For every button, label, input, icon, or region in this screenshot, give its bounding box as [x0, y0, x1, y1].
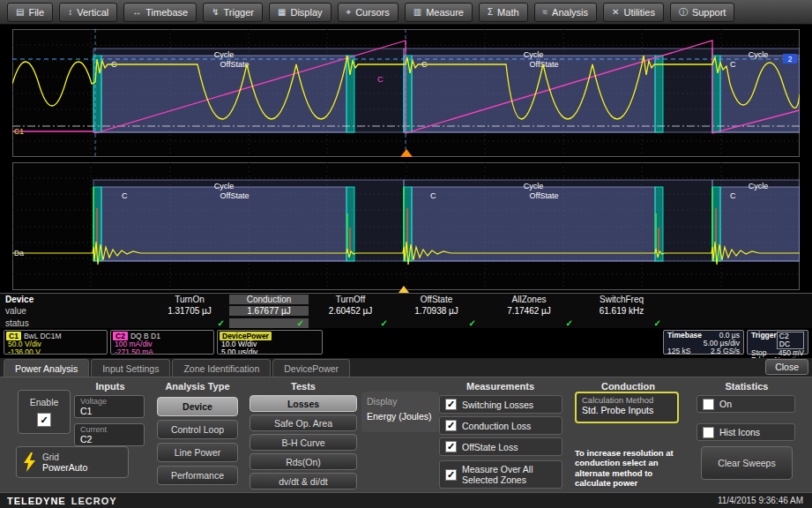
status-check-icon: ✓ [480, 318, 577, 328]
c2-coupling: DQ B D1 [130, 332, 160, 340]
menu-display[interactable]: ▦Display [269, 3, 332, 22]
waveform-grid-bottom[interactable]: Cycle OffState Cycle OffState Cycle C C … [12, 162, 800, 290]
measure-col-turnon[interactable]: TurnOn [150, 295, 229, 304]
menu-vertical[interactable]: ↕Vertical [59, 3, 117, 22]
timebase-descriptor[interactable]: Timebase0.0 µs 5.00 µs/div 125 kS2.5 GS/… [663, 330, 744, 355]
c2-offset: -271.50 mA [111, 348, 213, 355]
menu-measure-label: Measure [426, 7, 464, 18]
hist-icons-checkbox[interactable] [703, 427, 714, 438]
menu-cursors[interactable]: ⌖Cursors [338, 3, 399, 22]
status-check-icon: ✓ [577, 318, 666, 328]
datetime: 11/4/2015 9:36:46 AM [718, 496, 803, 505]
svg-text:Cycle: Cycle [749, 50, 769, 59]
svg-text:C: C [730, 60, 736, 69]
voltage-input-field[interactable]: Voltage C1 [74, 395, 145, 418]
info-icon: ⓘ [679, 8, 688, 17]
measure-col-switchfreq[interactable]: SwitchFreq [577, 295, 666, 304]
power-trace-marker[interactable]: Da [14, 249, 24, 258]
measure-col-allzones[interactable]: AllZones [480, 295, 577, 304]
tab-input-settings[interactable]: Input Settings [91, 359, 170, 377]
dvdt-didt-button[interactable]: dv/dt & di/dt [250, 473, 357, 489]
menu-measure[interactable]: ▥Measure [405, 3, 473, 22]
menu-timebase[interactable]: ↔Timebase [123, 3, 197, 22]
menu-support-label: Support [692, 7, 726, 18]
offstate-loss-checkbox[interactable]: ✓ [445, 441, 457, 452]
menu-math-label: Math [497, 7, 518, 18]
offstate-loss-row[interactable]: ✓ OffState Loss [439, 437, 562, 456]
losses-button[interactable]: Losses [250, 395, 357, 412]
waveform-icon: ≈ [543, 8, 548, 17]
current-value: C2 [80, 434, 138, 444]
trigger-icon: ↯ [212, 8, 219, 17]
menu-math[interactable]: ΣMath [479, 3, 528, 22]
svg-text:C: C [730, 191, 736, 200]
conduction-loss-checkbox[interactable]: ✓ [445, 420, 457, 431]
trigger-time-marker[interactable] [399, 286, 409, 293]
performance-button[interactable]: Performance [157, 466, 238, 485]
menu-file[interactable]: ▤File [7, 3, 53, 22]
measure-col-offstate[interactable]: OffState [392, 295, 480, 304]
c1-channel-marker[interactable]: C1 [14, 127, 24, 136]
enable-button[interactable]: Enable ✓ [18, 390, 71, 434]
analysis-type-section-title: Analysis Type [157, 381, 238, 392]
display-units-value[interactable]: Energy (Joules) [367, 411, 432, 422]
devicepower-descriptor[interactable]: DevicePower 10.0 W/div 5.00 µs/div [217, 330, 323, 355]
c2-descriptor[interactable]: C2DQ B D1 100 mA/div -271.50 mA [110, 330, 214, 355]
line-power-button[interactable]: Line Power [157, 443, 238, 462]
menu-analysis[interactable]: ≈Analysis [534, 3, 597, 22]
rds-on-button[interactable]: Rds(On) [250, 453, 357, 470]
measure-col-turnoff[interactable]: TurnOff [309, 295, 392, 304]
clear-sweeps-button[interactable]: Clear Sweeps [701, 446, 793, 480]
tab-devicepower[interactable]: DevicePower [272, 359, 350, 377]
statistics-on-checkbox[interactable] [703, 399, 714, 410]
trigger-descriptor[interactable]: TriggerC2 DC Stop450 mV EdgeNegative [747, 330, 808, 355]
grid-mode-button[interactable]: Grid PowerAuto [16, 446, 129, 478]
menu-analysis-label: Analysis [552, 7, 588, 18]
enable-checkbox[interactable]: ✓ [37, 413, 51, 427]
menu-display-label: Display [290, 7, 322, 18]
measure-over-all-checkbox[interactable]: ✓ [445, 469, 457, 481]
conduction-value: 1.67677 µJ [229, 306, 309, 316]
tab-power-analysis[interactable]: Power Analysis [4, 359, 89, 377]
close-button[interactable]: Close [765, 359, 808, 375]
inputs-section-title: Inputs [71, 381, 150, 392]
calculation-method-selector[interactable]: Calculation Method Std. Probe Inputs [575, 392, 679, 423]
lightning-icon [24, 452, 35, 472]
timebase-samples: 125 kS [667, 347, 690, 355]
measure-row-device: Device [0, 295, 150, 304]
channel-descriptor-strip: C1BwL DC1M 50.0 V/div -136.00 V C2DQ B D… [0, 328, 812, 358]
conduction-loss-row[interactable]: ✓ Conduction Loss [439, 416, 562, 435]
c1-descriptor[interactable]: C1BwL DC1M 50.0 V/div -136.00 V [4, 330, 108, 355]
svg-text:C: C [377, 75, 384, 84]
svg-text:OffState: OffState [220, 191, 250, 200]
waveform-grid-top[interactable]: Cycle OffState Cycle OffState Cycle C C … [12, 29, 800, 157]
enable-label: Enable [30, 397, 59, 407]
switching-losses-checkbox[interactable]: ✓ [445, 399, 457, 410]
menu-trigger[interactable]: ↯Trigger [203, 3, 263, 22]
current-input-field[interactable]: Current C2 [74, 423, 145, 446]
vertical-arrows-icon: ↕ [68, 8, 72, 17]
allzones-value: 7.17462 µJ [480, 306, 577, 316]
measure-col-conduction[interactable]: Conduction [229, 295, 309, 304]
measure-over-all-row[interactable]: ✓ Measure Over All Selected Zones [439, 460, 562, 489]
grid-button-title: Grid [42, 452, 87, 462]
hist-icons-row[interactable]: Hist Icons [697, 423, 795, 441]
device-button[interactable]: Device [157, 397, 238, 416]
bh-curve-button[interactable]: B-H Curve [250, 434, 357, 451]
menu-utilities[interactable]: ✕Utilities [603, 3, 664, 22]
control-loop-button[interactable]: Control Loop [157, 420, 238, 439]
safe-op-area-button[interactable]: Safe Op. Area [250, 415, 357, 431]
devicepower-chip: DevicePower [220, 332, 272, 340]
offstate-value: 1.70938 µJ [392, 306, 480, 316]
status-check-icon: ✓ [229, 318, 309, 328]
trigger-title: Trigger [751, 332, 777, 349]
menu-utilities-label: Utilities [623, 7, 654, 18]
menu-support[interactable]: ⓘSupport [670, 3, 735, 22]
tab-zone-identification[interactable]: Zone Identification [172, 359, 271, 377]
switching-losses-row[interactable]: ✓ Switching Losses [439, 395, 562, 414]
svg-text:OffState: OffState [220, 60, 250, 69]
statistics-on-row[interactable]: On [697, 395, 795, 413]
conduction-note: To increase resolution at conduction sel… [575, 448, 686, 489]
turnoff-value: 2.60452 µJ [309, 306, 392, 316]
status-check-icon: ✓ [392, 318, 480, 328]
